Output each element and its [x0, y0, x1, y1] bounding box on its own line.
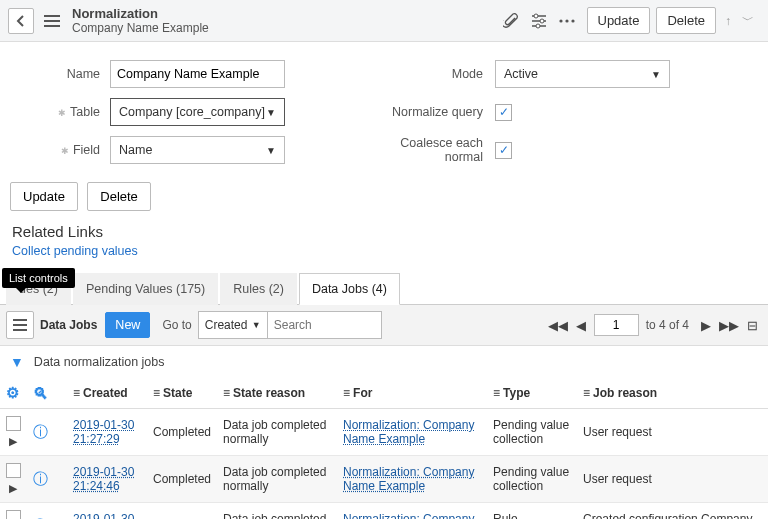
- chevron-down-icon: ▼: [266, 107, 276, 118]
- type-cell: Pending value collection: [487, 456, 577, 503]
- form-body: Name Mode Active ▼ Table Company [core_c…: [0, 42, 768, 182]
- new-button[interactable]: New: [105, 312, 150, 338]
- column-menu-icon[interactable]: ≡: [343, 386, 350, 400]
- related-tabs: List controls ues (2) Pending Values (17…: [0, 272, 768, 305]
- chevron-down-icon: ▼: [651, 69, 661, 80]
- row-checkbox[interactable]: [6, 416, 21, 431]
- column-menu-icon[interactable]: ≡: [223, 386, 230, 400]
- header-subtitle: Company Name Example: [72, 21, 209, 35]
- tab-data-jobs[interactable]: Data Jobs (4): [299, 273, 400, 305]
- collapse-icon[interactable]: ⊟: [742, 315, 762, 335]
- field-value: Name: [119, 143, 152, 157]
- row-checkbox[interactable]: [6, 463, 21, 478]
- column-menu-icon[interactable]: ≡: [583, 386, 590, 400]
- field-select[interactable]: Name ▼: [110, 136, 285, 164]
- created-link[interactable]: 2019-01-3021:27:29: [73, 418, 134, 446]
- update-button[interactable]: Update: [10, 182, 78, 211]
- personalize-gear-icon[interactable]: ⚙: [6, 384, 19, 401]
- last-page-icon[interactable]: ▶▶: [719, 315, 739, 335]
- next-page-icon[interactable]: ▶: [696, 315, 716, 335]
- collect-pending-link[interactable]: Collect pending values: [0, 244, 768, 272]
- page-range-text: to 4 of 4: [646, 318, 689, 332]
- type-cell: Rule application: [487, 503, 577, 520]
- attachment-icon[interactable]: [497, 7, 525, 35]
- table-row: ▶ⓘ2019-01-3021:24:46CompletedData job co…: [0, 456, 768, 503]
- state-cell: Completed: [147, 503, 217, 520]
- col-state-reason[interactable]: State reason: [233, 386, 305, 400]
- state-reason-cell: Data job completed normally: [217, 456, 337, 503]
- header-update-button[interactable]: Update: [587, 7, 651, 34]
- type-cell: Pending value collection: [487, 409, 577, 456]
- back-button[interactable]: [8, 8, 34, 34]
- row-checkbox[interactable]: [6, 510, 21, 519]
- col-type[interactable]: Type: [503, 386, 530, 400]
- filter-breadcrumb: ▼ Data normalization jobs: [0, 346, 768, 378]
- delete-button[interactable]: Delete: [87, 182, 151, 211]
- tab-pending-values[interactable]: Pending Values (175): [73, 273, 218, 305]
- row-expand-icon[interactable]: ▶: [9, 482, 17, 494]
- filter-text[interactable]: Data normalization jobs: [34, 355, 165, 369]
- prev-page-icon[interactable]: ◀: [571, 315, 591, 335]
- header-title: Normalization: [72, 6, 209, 21]
- table-row: ▶ⓘ2019-01-3021:27:44CompletedData job co…: [0, 503, 768, 520]
- row-info-icon[interactable]: ⓘ: [33, 470, 48, 487]
- table-value: Company [core_company]: [119, 105, 265, 119]
- col-job-reason[interactable]: Job reason: [593, 386, 657, 400]
- list-title: Data Jobs: [40, 318, 97, 332]
- list-toolbar: Data Jobs New Go to Created ▼ ◀◀ ◀ to 4 …: [0, 305, 768, 346]
- context-menu-icon[interactable]: [40, 9, 64, 33]
- state-cell: Completed: [147, 456, 217, 503]
- tab-rules[interactable]: Rules (2): [220, 273, 297, 305]
- normalize-query-label: Normalize query: [360, 105, 495, 119]
- form-buttons: Update Delete: [0, 182, 768, 223]
- chevron-down-icon: ▼: [252, 320, 261, 330]
- settings-slider-icon[interactable]: [525, 7, 553, 35]
- for-link[interactable]: Normalization: Company Name Example: [343, 465, 474, 493]
- mode-label: Mode: [360, 67, 495, 81]
- search-input[interactable]: [267, 311, 382, 339]
- table-row: ▶ⓘ2019-01-3021:27:29CompletedData job co…: [0, 409, 768, 456]
- column-menu-icon[interactable]: ≡: [493, 386, 500, 400]
- job-reason-cell: User request: [577, 409, 768, 456]
- for-link[interactable]: Normalization: Company Name Example: [343, 512, 474, 519]
- goto-select[interactable]: Created ▼: [198, 311, 268, 339]
- pager: ◀◀ ◀ to 4 of 4 ▶ ▶▶ ⊟: [548, 314, 762, 336]
- table-select[interactable]: Company [core_company] ▼: [110, 98, 285, 126]
- mode-select[interactable]: Active ▼: [495, 60, 670, 88]
- svg-point-4: [534, 14, 538, 18]
- for-link[interactable]: Normalization: Company Name Example: [343, 418, 474, 446]
- mode-value: Active: [504, 67, 538, 81]
- related-links-header: Related Links: [0, 223, 768, 244]
- first-page-icon[interactable]: ◀◀: [548, 315, 568, 335]
- state-cell: Completed: [147, 409, 217, 456]
- coalesce-checkbox[interactable]: ✓: [495, 142, 512, 159]
- more-options-icon[interactable]: [553, 7, 581, 35]
- col-created[interactable]: Created: [83, 386, 128, 400]
- svg-point-9: [559, 19, 562, 22]
- name-label: Name: [10, 67, 110, 81]
- search-column-icon[interactable]: 🔍︎: [33, 385, 48, 402]
- table-label: Table: [10, 105, 110, 119]
- normalize-query-checkbox[interactable]: ✓: [495, 104, 512, 121]
- created-link[interactable]: 2019-01-3021:27:44: [73, 512, 134, 519]
- next-record-icon[interactable]: ﹀: [736, 7, 760, 35]
- page-input[interactable]: [594, 314, 639, 336]
- col-for[interactable]: For: [353, 386, 372, 400]
- created-link[interactable]: 2019-01-3021:24:46: [73, 465, 134, 493]
- state-reason-cell: Data job completed normally: [217, 409, 337, 456]
- job-reason-cell: Created configuration Company Name Examp…: [577, 503, 768, 520]
- column-menu-icon[interactable]: ≡: [153, 386, 160, 400]
- header-delete-button[interactable]: Delete: [656, 7, 716, 34]
- form-header: Normalization Company Name Example Updat…: [0, 0, 768, 42]
- coalesce-label: Coalesce each normal: [360, 136, 495, 164]
- svg-point-10: [565, 19, 568, 22]
- row-info-icon[interactable]: ⓘ: [33, 423, 48, 440]
- column-menu-icon[interactable]: ≡: [73, 386, 80, 400]
- filter-icon[interactable]: ▼: [10, 354, 24, 370]
- name-field[interactable]: [110, 60, 285, 88]
- list-menu-button[interactable]: [6, 311, 34, 339]
- job-reason-cell: User request: [577, 456, 768, 503]
- svg-point-6: [540, 19, 544, 23]
- col-state[interactable]: State: [163, 386, 192, 400]
- row-expand-icon[interactable]: ▶: [9, 435, 17, 447]
